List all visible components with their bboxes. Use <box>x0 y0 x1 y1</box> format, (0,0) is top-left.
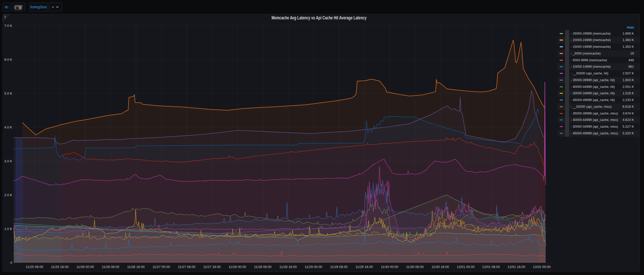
svg-text:11/28 08:00: 11/28 08:00 <box>254 265 272 269</box>
svg-text:12/01 16:00: 12/01 16:00 <box>508 265 525 269</box>
svg-text:11/28 16:00: 11/28 16:00 <box>279 265 297 269</box>
svg-text:11/29 08:00: 11/29 08:00 <box>330 265 348 269</box>
svg-text:7.0 K: 7.0 K <box>4 24 12 28</box>
svg-text:11/27 00:00: 11/27 00:00 <box>152 265 170 269</box>
svg-text:2.0 K: 2.0 K <box>4 193 12 197</box>
svg-text:3.0 K: 3.0 K <box>4 159 12 163</box>
svg-text:11/29 00:00: 11/29 00:00 <box>305 265 322 269</box>
svg-text:11/27 08:00: 11/27 08:00 <box>178 265 195 269</box>
svg-text:11/30 16:00: 11/30 16:00 <box>431 265 449 269</box>
svg-text:11/29 16:00: 11/29 16:00 <box>355 265 373 269</box>
svg-text:4.0 K: 4.0 K <box>4 125 12 129</box>
svg-text:11/25 16:00: 11/25 16:00 <box>51 265 69 269</box>
svg-text:0: 0 <box>10 261 12 265</box>
svg-text:11/26 08:00: 11/26 08:00 <box>102 265 119 269</box>
svg-text:12/01 08:00: 12/01 08:00 <box>482 265 500 269</box>
svg-text:6.0 K: 6.0 K <box>4 58 12 62</box>
svg-text:11/28 00:00: 11/28 00:00 <box>229 265 246 269</box>
svg-text:12/02 00:00: 12/02 00:00 <box>533 265 551 269</box>
svg-text:11/30 00:00: 11/30 00:00 <box>381 265 398 269</box>
svg-text:12/01 00:00: 12/01 00:00 <box>457 265 475 269</box>
svg-text:1.0 K: 1.0 K <box>4 227 12 231</box>
svg-text:11/26 16:00: 11/26 16:00 <box>127 265 145 269</box>
svg-text:11/26 00:00: 11/26 00:00 <box>76 265 94 269</box>
svg-text:11/25 08:00: 11/25 08:00 <box>26 265 43 269</box>
svg-text:5.0 K: 5.0 K <box>4 91 12 95</box>
svg-text:11/30 08:00: 11/30 08:00 <box>406 265 424 269</box>
svg-text:11/27 16:00: 11/27 16:00 <box>203 265 221 269</box>
